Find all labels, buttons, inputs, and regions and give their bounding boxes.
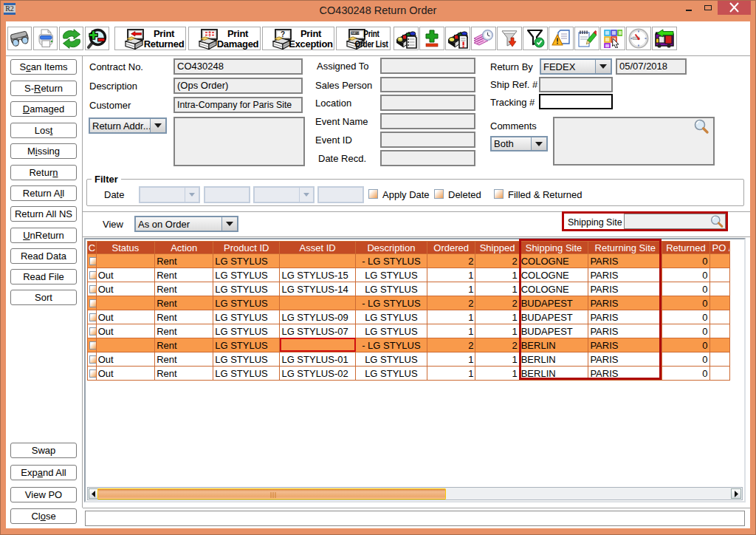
svg-text:?: ? xyxy=(281,30,285,38)
